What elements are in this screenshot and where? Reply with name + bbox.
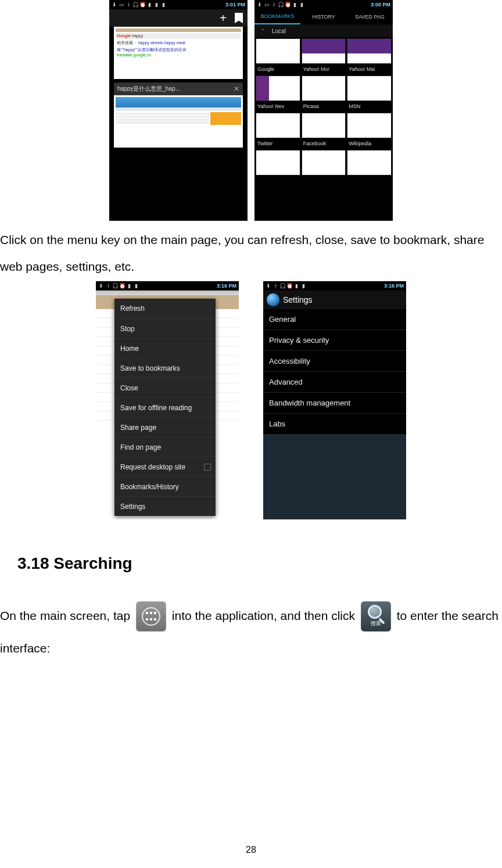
searching-instruction: On the main screen, tap into the applica… — [0, 600, 502, 665]
tab-thumbnail — [114, 95, 243, 148]
related-label: 相关搜索： — [117, 41, 137, 45]
settings-bandwidth[interactable]: Bandwidth management — [263, 393, 406, 414]
menu-refresh[interactable]: Refresh — [114, 299, 216, 318]
bookmark-item[interactable]: Yahoo! Mai — [347, 38, 392, 74]
bluetooth-icon: ᚼ — [126, 2, 131, 8]
page-number: 28 — [0, 845, 502, 855]
tab-title-bar: happy是什么意思_hap... ✕ — [114, 83, 243, 95]
tab-bookmarks[interactable]: BOOKMARKS — [254, 9, 300, 24]
menu-request-desktop[interactable]: Request desktop site — [114, 457, 216, 476]
bookmarks-grid: Google Yahoo! Mo! Yahoo! Mai Yahoo! Nev … — [254, 37, 393, 187]
battery-icon: ▮ — [160, 2, 166, 8]
translate-line: 将""happy""从英语翻译成您想要的语言 — [116, 47, 241, 53]
settings-accessibility[interactable]: Accessibility — [263, 351, 406, 372]
status-bar: ⬇ ᚼ 🎧 ⏰ ▮ ▮ 3:16 PM — [96, 281, 239, 290]
new-tab-icon[interactable]: + — [220, 12, 227, 25]
download-icon: ⬇ — [257, 2, 263, 8]
alarm-icon: ⏰ — [119, 283, 125, 289]
browser-overflow-menu: Refresh Stop Home Save to bookmarks Clos… — [114, 299, 216, 516]
bookmark-item[interactable]: Facebook — [302, 113, 346, 149]
tab-saved-pages[interactable]: SAVED PAG — [347, 9, 393, 24]
section-heading: 3.18 Searching — [17, 554, 502, 573]
settings-header[interactable]: Settings — [263, 290, 406, 309]
status-bar: ⬇ ▭ ᚼ 🎧 ⏰ ▮ ▮ ▮ 3:01 PM — [109, 0, 248, 9]
settings-advanced[interactable]: Advanced — [263, 372, 406, 393]
screenshot-browser-settings: ⬇ ᚼ 🎧 ⏰ ▮ ▮ 3:16 PM Settings General Pri… — [263, 281, 406, 519]
bookmark-item[interactable]: Picasa — [302, 76, 346, 112]
bookmarks-tab-bar: BOOKMARKS HISTORY SAVED PAG — [254, 9, 393, 24]
settings-general[interactable]: General — [263, 309, 406, 330]
signal-icon: ▮ — [126, 283, 132, 289]
checkbox-icon — [204, 464, 211, 471]
menu-find[interactable]: Find on page — [114, 437, 216, 457]
instruction-text: Click on the menu key on the main page, … — [0, 227, 502, 280]
bookmark-item[interactable] — [347, 150, 392, 186]
bookmark-item[interactable]: Yahoo! Mo! — [302, 38, 346, 74]
screenshot-browser-menu: ⬇ ᚼ 🎧 ⏰ ▮ ▮ 3:16 PM Refresh — [96, 281, 239, 519]
tab-preview[interactable]: happy是什么意思_hap... ✕ — [114, 83, 243, 148]
bookmark-icon[interactable] — [235, 13, 243, 23]
alarm-icon: ⏰ — [139, 2, 145, 8]
status-time: 3:00 PM — [371, 2, 390, 8]
bluetooth-icon: ᚼ — [105, 283, 111, 289]
signal-icon: ▮ — [293, 283, 299, 289]
battery-icon: ▮ — [300, 283, 306, 289]
tab-history[interactable]: HISTORY — [300, 9, 346, 24]
bookmark-item[interactable] — [256, 150, 300, 186]
tab-thumbnail: Google happy 相关搜索： happy wheels happy me… — [114, 27, 243, 79]
chevron-up-icon: ⌃ — [260, 28, 265, 34]
settings-list: General Privacy & security Accessibility… — [263, 309, 406, 435]
status-time: 3:16 PM — [217, 283, 236, 289]
tab-switcher-bar: + — [109, 9, 248, 27]
local-label: Local — [272, 28, 286, 34]
globe-icon — [267, 293, 279, 306]
close-tab-icon[interactable]: ✕ — [234, 85, 239, 93]
status-bar: ⬇ ▭ ᚼ 🎧 ⏰ ▮ ▮ 3:00 PM — [254, 0, 393, 9]
menu-label: Request desktop site — [120, 463, 185, 471]
tab-title: happy是什么意思_hap... — [117, 85, 180, 93]
signal-icon: ▮ — [153, 2, 159, 8]
screenshot-bookmarks: ⬇ ▭ ᚼ 🎧 ⏰ ▮ ▮ 3:00 PM BOOKMARKS HISTORY … — [254, 0, 393, 221]
translate-url: translate.google.cn — [116, 53, 241, 57]
menu-save-offline[interactable]: Save for offline reading — [114, 397, 216, 417]
headphones-icon: 🎧 — [279, 283, 285, 289]
tab-preview[interactable]: Google happy 相关搜索： happy wheels happy me… — [114, 27, 243, 79]
bookmark-item[interactable]: MSN — [347, 76, 392, 112]
bookmark-item[interactable] — [302, 150, 346, 186]
tab-search-text: happy — [132, 34, 143, 38]
alarm-icon: ⏰ — [286, 283, 292, 289]
settings-title: Settings — [283, 295, 313, 304]
apps-launcher-icon — [136, 601, 166, 632]
menu-share[interactable]: Share page — [114, 417, 216, 437]
headphones-icon: 🎧 — [278, 2, 284, 8]
sim-icon: ▭ — [264, 2, 270, 8]
headphones-icon: 🎧 — [112, 283, 118, 289]
text-segment: into the application, and then click — [172, 609, 355, 623]
bookmark-item[interactable]: Twitter — [256, 113, 300, 149]
menu-stop[interactable]: Stop — [114, 318, 216, 338]
battery-icon: ▮ — [299, 2, 304, 8]
alarm-icon: ⏰ — [285, 2, 291, 8]
search-icon-label: 搜索 — [361, 617, 391, 630]
status-bar: ⬇ ᚼ 🎧 ⏰ ▮ ▮ 3:16 PM — [263, 281, 406, 290]
bookmark-item[interactable]: Wikipedia — [347, 113, 392, 149]
settings-empty — [263, 435, 406, 519]
bookmark-item[interactable]: Google — [256, 38, 300, 74]
status-time: 3:16 PM — [384, 283, 404, 289]
download-icon: ⬇ — [266, 283, 271, 289]
menu-save-bookmarks[interactable]: Save to bookmarks — [114, 358, 216, 378]
bookmark-item[interactable]: Yahoo! Nev — [256, 76, 300, 112]
menu-bookmarks-history[interactable]: Bookmarks/History — [114, 476, 216, 496]
menu-close[interactable]: Close — [114, 378, 216, 397]
menu-home[interactable]: Home — [114, 338, 216, 358]
settings-privacy[interactable]: Privacy & security — [263, 330, 406, 351]
menu-settings[interactable]: Settings — [114, 496, 216, 516]
bookmarks-local-row[interactable]: ⌃ Local — [254, 24, 393, 37]
bluetooth-icon: ᚼ — [272, 283, 278, 289]
settings-labs[interactable]: Labs — [263, 414, 406, 435]
bluetooth-icon: ᚼ — [271, 2, 277, 8]
related-link: happy wheels — [138, 41, 163, 45]
screenshot-browser-tabs: ⬇ ▭ ᚼ 🎧 ⏰ ▮ ▮ ▮ 3:01 PM + — [109, 0, 248, 221]
download-icon: ⬇ — [112, 2, 117, 8]
status-time: 3:01 PM — [225, 2, 245, 8]
